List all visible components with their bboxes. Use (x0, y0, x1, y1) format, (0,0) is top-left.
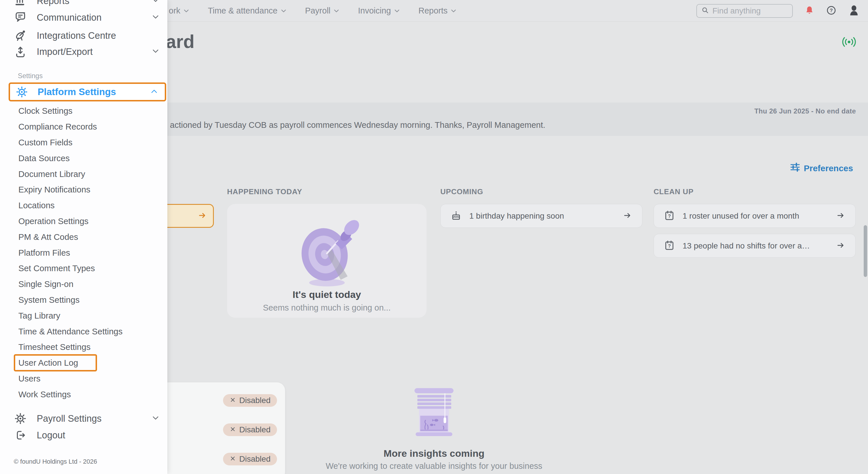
sidebar-item-custom-fields[interactable]: Custom Fields (0, 135, 167, 151)
empty-state-subtitle: Seems nothing much is going on... (227, 303, 427, 313)
x-icon (229, 425, 236, 434)
bar-chart-icon (14, 0, 27, 7)
chevron-down-icon (152, 15, 159, 20)
sidebar-item-communication[interactable]: Communication (0, 9, 167, 26)
import-export-icon (14, 45, 27, 58)
help-icon[interactable]: ? (826, 5, 836, 17)
calendar-question-icon: ? (663, 240, 675, 252)
nav-item-work-label: ork (169, 6, 180, 16)
cleanup-card2-label: 13 people had no shifts for over a… (683, 241, 810, 250)
sidebar-item-set-comment-types[interactable]: Set Comment Types (0, 261, 167, 276)
nav-item-work[interactable]: ork (169, 6, 189, 16)
sliders-icon (790, 162, 800, 174)
live-broadcast-icon[interactable] (842, 36, 856, 49)
upcoming-card-label: 1 birthday happening soon (469, 211, 564, 220)
nav-item-time-attendance-label: Time & attendance (208, 6, 277, 16)
chevron-down-icon (281, 9, 286, 12)
sidebar-item-integrations-centre[interactable]: Integrations Centre (0, 27, 167, 44)
svg-text:?: ? (668, 214, 671, 218)
announcement-message: actioned by Tuesday COB as payroll comme… (170, 120, 546, 130)
cleanup-card1-label: 1 roster unused for over a month (683, 211, 799, 220)
section-header-upcoming: UPCOMING (440, 187, 483, 196)
sidebar-item-label: Communication (37, 12, 102, 23)
svg-text:?: ? (830, 7, 833, 13)
sidebar-item-data-sources[interactable]: Data Sources (0, 150, 167, 166)
sidebar-section-label: Settings (18, 72, 43, 80)
sidebar-item-clock-settings[interactable]: Clock Settings (0, 103, 167, 119)
page-title-partial: ard (166, 31, 195, 52)
scrollbar-thumb[interactable] (864, 225, 867, 277)
calendar-question-icon: ? (663, 210, 675, 223)
nav-item-reports[interactable]: Reports (418, 6, 456, 16)
chevron-down-icon (451, 9, 456, 12)
chevron-down-icon (334, 9, 339, 12)
search-icon (702, 7, 709, 15)
sidebar-item-compliance-records[interactable]: Compliance Records (0, 119, 167, 135)
top-nav-right: ? (696, 0, 860, 22)
sidebar-item-platform-files[interactable]: Platform Files (0, 245, 167, 261)
sidebar-item-label: Payroll Settings (37, 413, 102, 424)
chevron-up-icon (151, 89, 157, 94)
arrow-right-icon[interactable] (836, 241, 846, 251)
insights-title: More insights coming (383, 448, 484, 459)
sidebar-item-payroll-settings[interactable]: Payroll Settings (0, 410, 167, 427)
sidebar-item-users[interactable]: Users (0, 371, 167, 387)
nav-item-invoicing[interactable]: Invoicing (358, 6, 399, 16)
sidebar-item-tag-library[interactable]: Tag Library (0, 308, 167, 323)
chevron-down-icon (184, 9, 189, 12)
section-header-happening-today: HAPPENING TODAY (227, 187, 302, 196)
platform-settings-submenu: Clock Settings Compliance Records Custom… (0, 103, 167, 402)
arrow-right-icon[interactable] (623, 211, 632, 221)
announcement-date-range: Thu 26 Jun 2025 - No end date (754, 107, 856, 115)
status-badge-label: Disabled (239, 425, 271, 434)
sidebar-item-document-library[interactable]: Document Library (0, 166, 167, 182)
insights-subtitle: We're working to create valuable insight… (326, 462, 542, 471)
status-badge-label: Disabled (239, 454, 271, 464)
status-badge-disabled: Disabled (223, 423, 277, 436)
x-icon (229, 396, 236, 405)
chevron-down-icon (152, 49, 159, 54)
section-header-clean-up: CLEAN UP (654, 187, 693, 196)
sidebar-item-operation-settings[interactable]: Operation Settings (0, 213, 167, 229)
preferences-label: Preferences (804, 164, 853, 173)
copyright-footer: © foundU Holdings Ltd - 2026 (14, 458, 97, 465)
sidebar-item-label: Logout (37, 430, 65, 441)
sidebar-item-user-action-log[interactable]: User Action Log (0, 355, 167, 371)
sidebar-item-locations[interactable]: Locations (0, 198, 167, 213)
sidebar-item-pm-att-codes[interactable]: PM & Att Codes (0, 229, 167, 245)
sidebar-item-platform-settings-active[interactable]: Platform Settings (9, 83, 166, 101)
sidebar-item-timesheet-settings[interactable]: Timesheet Settings (0, 339, 167, 355)
svg-text:?: ? (668, 244, 671, 248)
avatar[interactable] (848, 4, 860, 18)
preferences-button[interactable]: Preferences (790, 162, 853, 174)
nav-item-payroll[interactable]: Payroll (305, 6, 339, 16)
arrow-right-icon[interactable] (836, 211, 846, 221)
sidebar-item-reports[interactable]: Reports (0, 0, 167, 9)
arrow-right-icon[interactable] (197, 211, 207, 221)
chevron-down-icon (394, 9, 400, 12)
chat-icon (14, 11, 27, 24)
app-root: ork Time & attendance Payroll Invoicing … (0, 0, 868, 474)
sidebar-item-work-settings[interactable]: Work Settings (0, 386, 167, 402)
sidebar-item-system-settings[interactable]: System Settings (0, 292, 167, 308)
upcoming-birthday-card[interactable]: 1 birthday happening soon (440, 204, 642, 228)
sidebar-item-logout[interactable]: Logout (0, 426, 167, 444)
sidebar-item-import-export[interactable]: Import/Export (0, 43, 167, 60)
global-search[interactable] (696, 4, 793, 18)
notifications-bell-icon[interactable] (804, 5, 815, 17)
alert-card-partial[interactable] (160, 204, 214, 228)
target-pin-illustration (227, 211, 427, 290)
nav-item-reports-label: Reports (418, 6, 448, 16)
search-input[interactable] (712, 6, 787, 16)
cleanup-roster-card[interactable]: ? 1 roster unused for over a month (654, 204, 856, 228)
happening-today-empty-card: It's quiet today Seems nothing much is g… (227, 204, 427, 318)
cleanup-noshifts-card[interactable]: ? 13 people had no shifts for over a… (654, 234, 856, 258)
sidebar-item-label: Platform Settings (38, 86, 116, 97)
sidebar-item-single-sign-on[interactable]: Single Sign-on (0, 276, 167, 292)
sidebar-item-label: Reports (37, 0, 69, 6)
sidebar-item-expiry-notifications[interactable]: Expiry Notifications (0, 182, 167, 198)
status-badge-label: Disabled (239, 396, 271, 405)
sidebar-item-label: Import/Export (37, 47, 93, 57)
nav-item-time-attendance[interactable]: Time & attendance (208, 6, 286, 16)
sidebar-item-time-attendance-settings[interactable]: Time & Attendance Settings (0, 323, 167, 339)
